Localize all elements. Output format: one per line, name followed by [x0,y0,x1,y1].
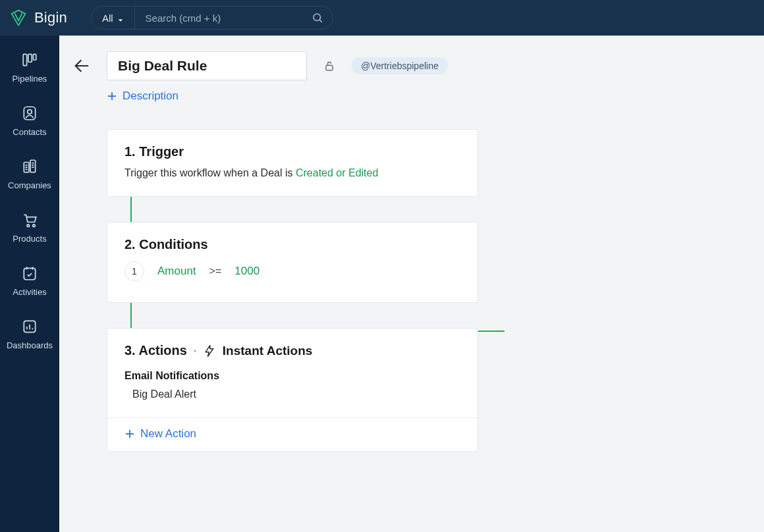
brand-name: Bigin [34,9,67,26]
sidebar: Pipelines Contacts Companies [0,36,59,532]
sidebar-item-label: Dashboards [7,340,53,350]
plus-icon [107,91,117,101]
cart-icon [21,211,38,228]
add-description-button[interactable]: Description [107,90,178,103]
actions-heading: 3. Actions [124,343,187,358]
trigger-text: Trigger this workflow when a Deal is Cre… [124,167,460,179]
title-row: @Vertriebspipeline [59,36,764,80]
sidebar-item-pipelines[interactable]: Pipelines [13,51,47,84]
svg-rect-4 [33,54,36,60]
trigger-event[interactable]: Created or Edited [296,167,378,178]
svg-rect-5 [24,107,35,120]
search-scope-label: All [102,13,113,24]
search-icon [312,12,323,24]
svg-line-1 [319,20,321,22]
buildings-icon [21,158,38,175]
sidebar-item-products[interactable]: Products [13,211,46,244]
new-action-button[interactable]: New Action [124,427,196,440]
connector-line [130,303,132,328]
back-arrow-icon[interactable] [72,57,91,75]
trigger-card[interactable]: 1. Trigger Trigger this workflow when a … [107,129,478,197]
condition-row[interactable]: 1 Amount >= 1000 [124,261,460,281]
rule-title-input[interactable] [107,51,307,80]
scope-search: All [91,6,333,30]
svg-point-0 [314,14,321,21]
calendar-check-icon [21,265,38,282]
main-content: @Vertriebspipeline Description 1. Trigge… [59,36,764,532]
lightning-icon [203,344,216,358]
top-header: Bigin All [0,0,764,36]
user-icon [21,105,38,122]
condition-field[interactable]: Amount [157,265,196,278]
new-action-label: New Action [140,427,196,440]
svg-point-16 [33,225,35,226]
unlock-icon[interactable] [323,59,336,72]
instant-actions-label: Instant Actions [223,344,313,358]
search-scope-dropdown[interactable]: All [92,7,135,29]
svg-rect-8 [30,160,36,172]
connector-line [130,197,132,222]
sidebar-item-label: Activities [13,287,46,297]
action-group-title: Email Notifications [124,370,460,382]
sidebar-item-label: Contacts [13,127,46,137]
chevron-down-icon [117,14,124,21]
sidebar-item-contacts[interactable]: Contacts [13,105,46,137]
connector-line [478,331,505,332]
svg-rect-2 [23,54,26,65]
brand-logo-icon [9,9,28,27]
action-item[interactable]: Big Deal Alert [132,388,460,400]
plus-icon [124,429,135,439]
svg-rect-3 [28,54,32,62]
condition-index: 1 [124,261,144,281]
conditions-heading: 2. Conditions [124,237,460,252]
actions-heading-row: 3. Actions Instant Actions [124,343,460,358]
condition-operator[interactable]: >= [209,265,222,277]
svg-point-15 [27,225,29,226]
workflow-cards: 1. Trigger Trigger this workflow when a … [59,104,764,452]
pipeline-mention-pill[interactable]: @Vertriebspipeline [352,57,448,74]
conditions-card[interactable]: 2. Conditions 1 Amount >= 1000 [107,222,478,303]
sidebar-item-companies[interactable]: Companies [8,158,51,190]
sidebar-item-label: Pipelines [13,74,47,84]
add-description-label: Description [123,90,178,103]
kanban-icon [21,51,38,68]
svg-point-6 [28,110,32,115]
svg-rect-17 [24,268,35,279]
trigger-pretext: Trigger this workflow when a Deal is [124,167,296,178]
chart-icon [21,318,38,335]
sidebar-item-activities[interactable]: Activities [13,265,46,297]
brand: Bigin [9,9,67,27]
dot-separator-icon [194,350,196,352]
condition-value[interactable]: 1000 [234,265,259,278]
actions-card[interactable]: 3. Actions Instant Actions Email Notific… [107,328,478,452]
svg-rect-20 [326,65,333,70]
sidebar-item-dashboards[interactable]: Dashboards [7,318,53,350]
sidebar-item-label: Products [13,234,46,244]
search-box[interactable] [135,7,333,29]
search-input[interactable] [146,13,312,24]
trigger-heading: 1. Trigger [124,144,460,159]
sidebar-item-label: Companies [8,180,51,190]
